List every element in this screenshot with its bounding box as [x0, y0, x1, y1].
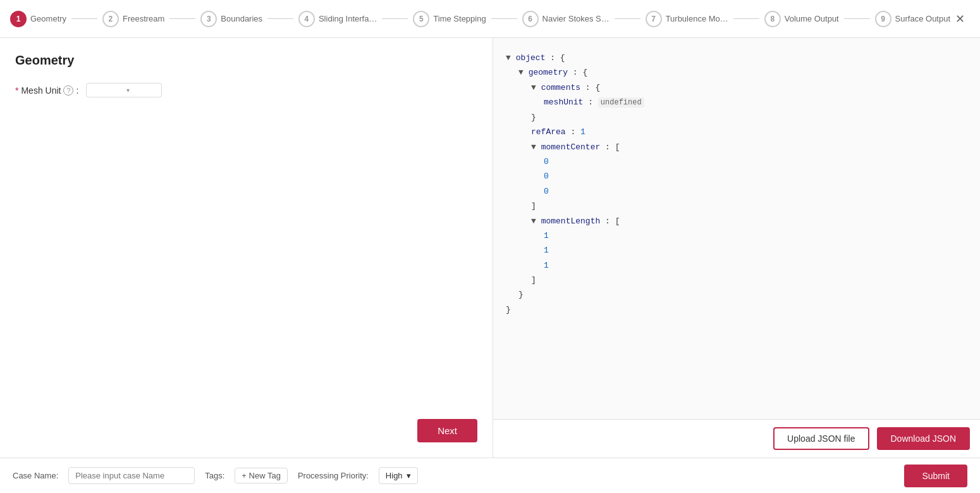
step-connector-5 — [491, 18, 517, 19]
step-circle-7: 7 — [646, 11, 662, 27]
step-connector-1 — [71, 18, 97, 19]
priority-value: High — [386, 471, 403, 480]
upload-json-button[interactable]: Upload JSON file — [773, 427, 869, 450]
step-8-volumeoutput[interactable]: 8 Volume Output — [764, 11, 839, 27]
step-label-9: Surface Output — [895, 14, 950, 23]
case-name-label: Case Name: — [13, 471, 58, 480]
step-label-1: Geometry — [30, 14, 66, 23]
panel-title: Geometry — [15, 53, 477, 68]
json-line-ml-0: 1 — [506, 228, 967, 243]
mesh-unit-control: ▾ — [86, 83, 162, 97]
step-2-freestream[interactable]: 2 Freestream — [102, 11, 164, 27]
step-5-timestepping[interactable]: 5 Time Stepping — [413, 11, 486, 27]
main-content: Geometry * Mesh Unit ?: ▾ Next ▼ — [0, 38, 980, 458]
priority-select[interactable]: High ▾ — [379, 467, 418, 484]
collapse-icon-momentlength[interactable]: ▼ — [531, 216, 536, 226]
case-name-input[interactable] — [68, 467, 195, 484]
step-connector-3 — [267, 18, 293, 19]
collapse-icon-comments[interactable]: ▼ — [531, 83, 536, 92]
new-tag-button[interactable]: + New Tag — [235, 468, 288, 484]
step-circle-5: 5 — [413, 11, 429, 27]
step-circle-3: 3 — [200, 11, 217, 27]
collapse-icon-object[interactable]: ▼ — [506, 53, 511, 63]
json-viewer: ▼ object : { ▼ geometry : { ▼ comments :… — [493, 38, 980, 419]
right-panel-container: ▼ object : { ▼ geometry : { ▼ comments :… — [493, 38, 980, 458]
tags-label: Tags: — [205, 471, 224, 480]
priority-chevron-icon: ▾ — [407, 471, 411, 480]
chevron-down-icon: ▾ — [126, 87, 155, 94]
step-circle-1: 1 — [10, 11, 27, 27]
json-line-comments: ▼ comments : { — [506, 80, 967, 95]
step-7-turbulence[interactable]: 7 Turbulence Mo… — [646, 11, 728, 27]
next-button[interactable]: Next — [417, 419, 477, 442]
step-label-2: Freestream — [123, 14, 164, 23]
json-line-geometry-close: } — [506, 287, 967, 302]
json-line-object: ▼ object : { — [506, 51, 967, 65]
priority-label: Processing Priority: — [298, 471, 369, 480]
step-3-boundaries[interactable]: 3 Boundaries — [200, 11, 262, 27]
step-4-sliding[interactable]: 4 Sliding Interfa… — [298, 11, 377, 27]
step-label-3: Boundaries — [221, 14, 262, 23]
step-circle-6: 6 — [522, 11, 539, 27]
step-circle-9: 9 — [875, 11, 891, 27]
left-panel: Geometry * Mesh Unit ?: ▾ Next — [0, 38, 493, 458]
mesh-unit-label: Mesh Unit ?: — [21, 85, 78, 96]
json-line-momentcenter: ▼ momentCenter : [ — [506, 140, 967, 154]
bottom-bar: Case Name: Tags: + New Tag Processing Pr… — [0, 458, 980, 493]
step-label-8: Volume Output — [785, 14, 839, 23]
collapse-icon-geometry[interactable]: ▼ — [518, 68, 524, 77]
json-line-ml-1: 1 — [506, 243, 967, 258]
step-label-6: Navier Stokes S… — [542, 14, 609, 23]
step-6-navierstokes[interactable]: 6 Navier Stokes S… — [522, 11, 609, 27]
json-line-momentcenter-close: ] — [506, 199, 967, 213]
step-1-geometry[interactable]: 1 Geometry — [10, 11, 66, 27]
json-line-momentlength: ▼ momentLength : [ — [506, 214, 967, 228]
json-line-mc-2: 0 — [506, 184, 967, 199]
step-label-7: Turbulence Mo… — [666, 14, 728, 23]
json-line-momentlength-close: ] — [506, 273, 967, 287]
step-connector-6 — [615, 18, 640, 19]
right-bottom-bar: Upload JSON file Download JSON — [493, 419, 980, 458]
step-circle-2: 2 — [102, 11, 119, 27]
json-line-comments-close: } — [506, 110, 967, 125]
step-label-5: Time Stepping — [433, 14, 486, 23]
submit-button[interactable]: Submit — [904, 465, 967, 487]
step-circle-8: 8 — [764, 11, 781, 27]
json-line-meshunit: meshUnit : undefined — [506, 95, 967, 110]
stepper: 1 Geometry 2 Freestream 3 Boundaries 4 S… — [0, 0, 980, 38]
step-connector-2 — [169, 18, 195, 19]
step-connector-4 — [382, 18, 408, 19]
json-tree: ▼ object : { ▼ geometry : { ▼ comments :… — [506, 51, 967, 317]
step-9-surfaceoutput[interactable]: 9 Surface Output — [875, 11, 950, 27]
close-icon[interactable]: ✕ — [950, 9, 970, 28]
json-line-refarea: refArea : 1 — [506, 125, 967, 139]
collapse-icon-momentcenter[interactable]: ▼ — [531, 142, 536, 152]
step-connector-7 — [733, 18, 759, 19]
json-line-mc-0: 0 — [506, 154, 967, 169]
json-line-mc-1: 0 — [506, 169, 967, 184]
step-connector-8 — [844, 18, 870, 19]
json-line-ml-2: 1 — [506, 258, 967, 273]
help-icon[interactable]: ? — [63, 85, 73, 96]
step-circle-4: 4 — [298, 11, 315, 27]
step-label-4: Sliding Interfa… — [319, 14, 377, 23]
mesh-unit-row: * Mesh Unit ?: ▾ — [15, 83, 477, 97]
json-line-geometry: ▼ geometry : { — [506, 65, 967, 80]
json-line-object-close: } — [506, 303, 967, 317]
download-json-button[interactable]: Download JSON — [877, 427, 971, 450]
mesh-unit-select[interactable]: ▾ — [86, 83, 162, 97]
required-star: * — [15, 85, 18, 96]
